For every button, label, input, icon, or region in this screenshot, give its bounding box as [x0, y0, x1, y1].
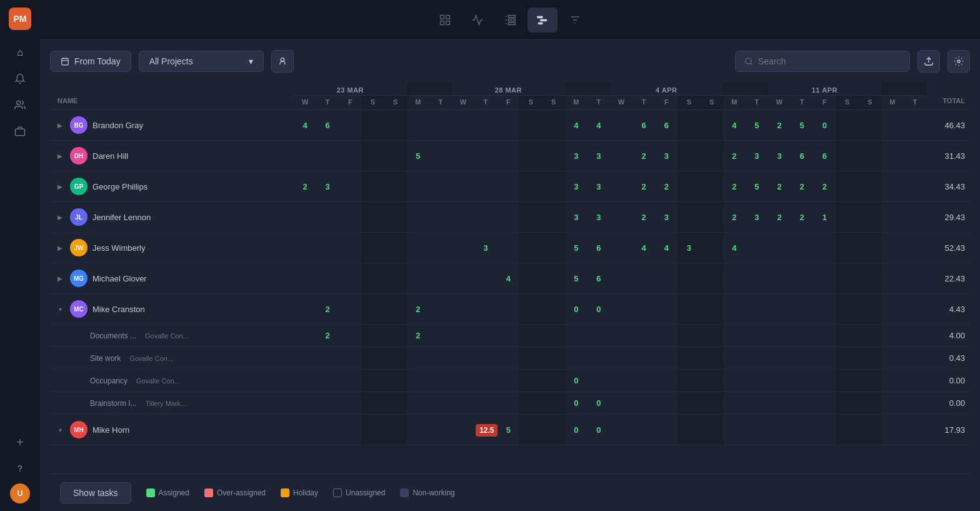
- day-cell[interactable]: [294, 325, 316, 347]
- day-cell[interactable]: [836, 370, 858, 392]
- day-cell[interactable]: [813, 263, 836, 294]
- day-cell[interactable]: [610, 392, 632, 415]
- day-cell[interactable]: [701, 415, 723, 445]
- settings-button[interactable]: [948, 50, 970, 73]
- day-cell[interactable]: [429, 110, 452, 141]
- from-today-button[interactable]: From Today: [50, 51, 131, 72]
- day-cell[interactable]: [542, 141, 565, 171]
- day-cell[interactable]: 2: [768, 110, 791, 141]
- day-cell[interactable]: [542, 263, 565, 294]
- day-cell[interactable]: 3: [316, 171, 339, 202]
- expand-btn[interactable]: ▾: [55, 304, 65, 314]
- day-cell[interactable]: [723, 263, 746, 294]
- day-cell[interactable]: [836, 202, 858, 233]
- day-cell[interactable]: [836, 325, 858, 347]
- sidebar-item-home[interactable]: ⌂: [9, 41, 31, 64]
- day-cell[interactable]: [632, 392, 655, 415]
- day-cell[interactable]: 2: [768, 202, 791, 233]
- day-cell[interactable]: 3: [655, 202, 678, 233]
- day-cell[interactable]: [519, 202, 542, 233]
- day-cell[interactable]: 2: [723, 141, 746, 171]
- day-cell[interactable]: [746, 347, 768, 370]
- day-cell[interactable]: [497, 141, 519, 171]
- day-cell[interactable]: 5: [565, 263, 588, 294]
- day-cell[interactable]: [519, 263, 542, 294]
- day-cell[interactable]: [452, 263, 474, 294]
- day-cell[interactable]: [339, 392, 361, 415]
- day-cell[interactable]: [294, 202, 316, 233]
- day-cell[interactable]: [294, 347, 316, 370]
- day-cell[interactable]: 5: [791, 110, 813, 141]
- day-cell[interactable]: [881, 415, 904, 445]
- day-cell[interactable]: [723, 370, 746, 392]
- day-cell[interactable]: [497, 325, 519, 347]
- day-cell[interactable]: [836, 347, 858, 370]
- day-cell[interactable]: [519, 325, 542, 347]
- day-cell[interactable]: [452, 202, 474, 233]
- day-cell[interactable]: [881, 110, 904, 141]
- day-cell[interactable]: [429, 370, 452, 392]
- day-cell[interactable]: [519, 294, 542, 325]
- sidebar-item-projects[interactable]: [9, 120, 31, 143]
- expand-btn[interactable]: ▾: [55, 425, 65, 435]
- day-cell[interactable]: [497, 171, 519, 202]
- day-cell[interactable]: [678, 202, 700, 233]
- day-cell[interactable]: [429, 415, 452, 445]
- day-cell[interactable]: 5: [746, 171, 768, 202]
- day-cell[interactable]: [384, 415, 407, 445]
- day-cell[interactable]: [384, 392, 407, 415]
- day-cell[interactable]: [881, 263, 904, 294]
- day-cell[interactable]: 4: [632, 233, 655, 263]
- day-cell[interactable]: [407, 415, 429, 445]
- day-cell[interactable]: [768, 294, 791, 325]
- day-cell[interactable]: [588, 347, 610, 370]
- day-cell[interactable]: [294, 233, 316, 263]
- day-cell[interactable]: 6: [316, 110, 339, 141]
- day-cell[interactable]: [723, 294, 746, 325]
- day-cell[interactable]: [339, 141, 361, 171]
- day-cell[interactable]: [452, 110, 474, 141]
- day-cell[interactable]: [655, 415, 678, 445]
- day-cell[interactable]: [407, 110, 429, 141]
- day-cell[interactable]: [519, 141, 542, 171]
- day-cell[interactable]: [701, 392, 723, 415]
- day-cell[interactable]: [701, 294, 723, 325]
- day-cell[interactable]: [813, 415, 836, 445]
- day-cell[interactable]: [384, 263, 407, 294]
- day-cell[interactable]: 2: [791, 171, 813, 202]
- day-cell[interactable]: [519, 392, 542, 415]
- day-cell[interactable]: [339, 370, 361, 392]
- day-cell[interactable]: [904, 415, 926, 445]
- day-cell[interactable]: [610, 202, 632, 233]
- day-cell[interactable]: [813, 370, 836, 392]
- day-cell[interactable]: [407, 370, 429, 392]
- day-cell[interactable]: [768, 263, 791, 294]
- day-cell[interactable]: [859, 294, 881, 325]
- day-cell[interactable]: [859, 263, 881, 294]
- day-cell[interactable]: [904, 110, 926, 141]
- day-cell[interactable]: [904, 370, 926, 392]
- day-cell[interactable]: [791, 392, 813, 415]
- day-cell[interactable]: [361, 415, 384, 445]
- day-cell[interactable]: [542, 171, 565, 202]
- day-cell[interactable]: 4: [723, 233, 746, 263]
- day-cell[interactable]: [836, 415, 858, 445]
- day-cell[interactable]: [836, 171, 858, 202]
- day-cell[interactable]: [881, 325, 904, 347]
- day-cell[interactable]: [429, 263, 452, 294]
- day-cell[interactable]: [836, 263, 858, 294]
- expand-btn[interactable]: ▶: [55, 120, 65, 130]
- day-cell[interactable]: [904, 141, 926, 171]
- day-cell[interactable]: [452, 325, 474, 347]
- day-cell[interactable]: [701, 325, 723, 347]
- day-cell[interactable]: [316, 263, 339, 294]
- day-cell[interactable]: [407, 233, 429, 263]
- day-cell[interactable]: [316, 415, 339, 445]
- day-cell[interactable]: [384, 202, 407, 233]
- day-cell[interactable]: [384, 141, 407, 171]
- day-cell[interactable]: [519, 171, 542, 202]
- day-cell[interactable]: [768, 370, 791, 392]
- day-cell[interactable]: [610, 370, 632, 392]
- day-cell[interactable]: 2: [632, 141, 655, 171]
- expand-btn[interactable]: ▶: [55, 181, 65, 191]
